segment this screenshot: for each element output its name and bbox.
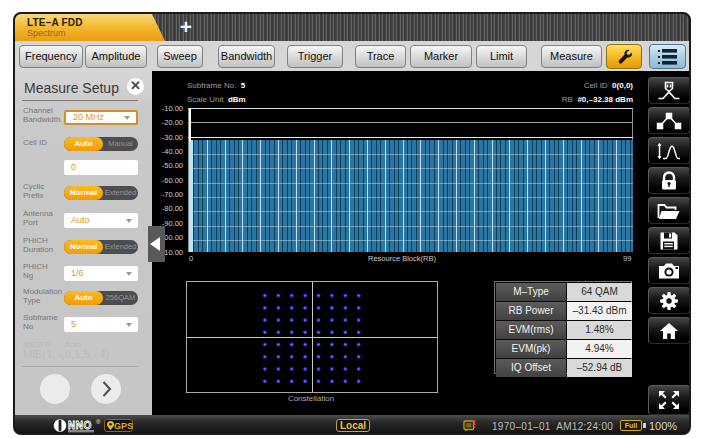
svg-text:®: ®: [96, 419, 101, 425]
svg-text:NNO: NNO: [68, 420, 92, 431]
